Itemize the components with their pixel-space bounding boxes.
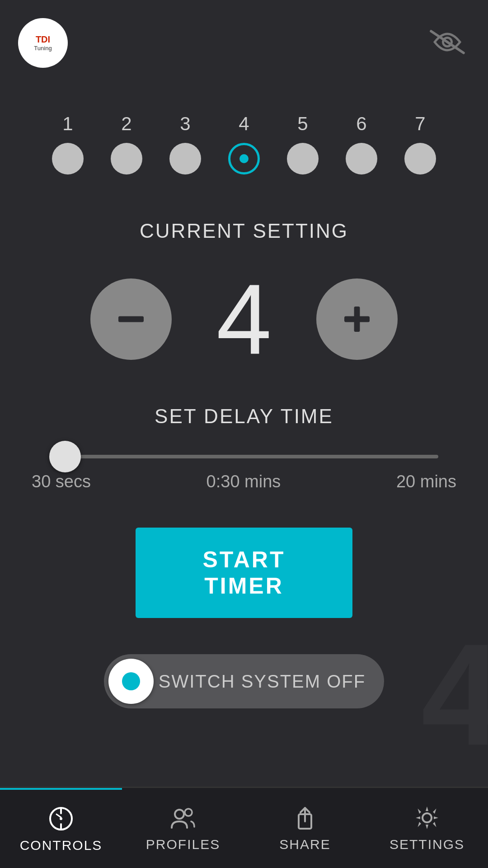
step-3[interactable]: 3 (169, 113, 201, 175)
slider-thumb[interactable] (49, 441, 81, 472)
nav-share[interactable]: SHARE (244, 788, 366, 868)
visibility-toggle[interactable] (429, 28, 465, 57)
slider-labels: 30 secs 0:30 mins 20 mins (32, 472, 456, 491)
slider-track[interactable] (50, 455, 438, 458)
nav-share-label: SHARE (279, 837, 330, 852)
watermark: 4 (421, 611, 488, 778)
logo-text: TDITuning (34, 34, 52, 52)
logo[interactable]: TDITuning (18, 18, 68, 68)
step-4-number: 4 (239, 113, 249, 135)
bottom-nav: CONTROLS PROFILES SHARE (0, 787, 488, 868)
slider-current-label: 0:30 mins (206, 472, 281, 491)
nav-controls-label: CONTROLS (20, 838, 103, 853)
current-setting-label: CURRENT SETTING (0, 220, 488, 242)
step-1[interactable]: 1 (52, 113, 84, 175)
step-3-number: 3 (180, 113, 190, 135)
increment-button[interactable] (316, 278, 398, 360)
switch-label: SWITCH SYSTEM OFF (154, 671, 375, 692)
step-4-dot (228, 143, 260, 175)
svg-point-9 (175, 810, 184, 819)
step-5-number: 5 (297, 113, 308, 135)
step-6-dot (346, 143, 377, 175)
slider-max-label: 20 mins (396, 472, 456, 491)
svg-rect-1 (118, 316, 144, 322)
svg-line-8 (56, 814, 61, 817)
step-5-dot (287, 143, 319, 175)
step-1-dot (52, 143, 84, 175)
nav-settings-label: SETTINGS (389, 837, 465, 852)
step-6[interactable]: 6 (346, 113, 377, 175)
step-7-dot (404, 143, 436, 175)
switch-thumb (108, 659, 154, 704)
step-1-number: 1 (62, 113, 73, 135)
step-2[interactable]: 2 (111, 113, 142, 175)
steps-container: 1 2 3 4 5 6 7 (0, 113, 488, 175)
step-5[interactable]: 5 (287, 113, 319, 175)
step-4[interactable]: 4 (228, 113, 260, 175)
switch-thumb-inner (122, 672, 140, 690)
nav-settings[interactable]: SETTINGS (366, 788, 488, 868)
nav-controls[interactable]: CONTROLS (0, 788, 122, 868)
step-7[interactable]: 7 (404, 113, 436, 175)
svg-point-10 (185, 809, 192, 816)
step-3-dot (169, 143, 201, 175)
nav-profiles[interactable]: PROFILES (122, 788, 244, 868)
step-6-number: 6 (356, 113, 366, 135)
nav-profiles-label: PROFILES (146, 837, 220, 852)
header: TDITuning (0, 0, 488, 77)
decrement-button[interactable] (90, 278, 172, 360)
start-timer-button[interactable]: START TIMER (136, 528, 352, 618)
slider-container: 30 secs 0:30 mins 20 mins (32, 455, 456, 491)
counter-row: 4 (0, 269, 488, 369)
svg-point-13 (422, 813, 432, 822)
step-2-dot (111, 143, 142, 175)
slider-min-label: 30 secs (32, 472, 91, 491)
switch-system-off[interactable]: SWITCH SYSTEM OFF (104, 654, 384, 708)
step-7-number: 7 (415, 113, 425, 135)
svg-rect-3 (354, 307, 360, 332)
step-2-number: 2 (121, 113, 131, 135)
counter-value: 4 (199, 269, 289, 369)
delay-label: SET DELAY TIME (0, 405, 488, 428)
